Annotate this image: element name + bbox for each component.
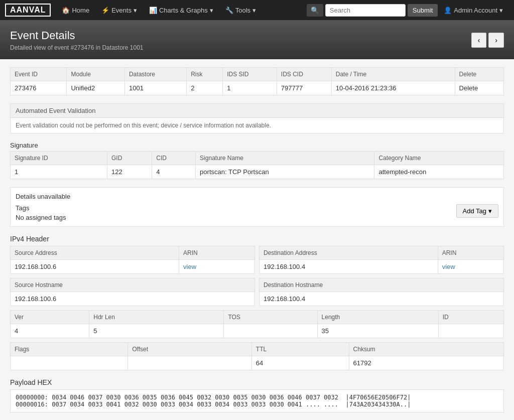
delete-link[interactable]: Delete [459,84,478,92]
col-module: Module [67,68,124,81]
nav-home[interactable]: 🏠 Home [56,0,95,20]
search-input[interactable] [325,4,406,17]
hostname-grid: Source Hostname 192.168.100.6 Destinatio… [10,278,504,306]
ipv4-section: IPv4 Header Source Address ARIN 192.168.… [10,235,504,370]
add-tag-chevron-icon: ▾ [488,207,492,215]
nav-events[interactable]: ⚡ Events ▾ [95,0,143,20]
ttl-col: TTL [251,343,349,356]
src-arin-col: ARIN [179,246,255,260]
src-arin-link[interactable]: view [183,263,196,270]
ipv4-title: IPv4 Header [10,235,504,243]
charts-icon: 📊 [149,7,157,14]
page-navigation: ‹ › [471,33,504,48]
offset-col: Offset [128,343,252,356]
dst-arin-cell: view [438,260,503,274]
signature-table: Signature ID GID CID Signature Name Cate… [10,151,504,179]
user-menu[interactable]: 👤 Admin Account ▾ [438,0,509,20]
page-subtitle: Detailed view of event #273476 in Datast… [10,44,144,51]
src-hostname-table: Source Hostname 192.168.100.6 [10,278,255,306]
payload-hex-section: Payload HEX 00000000: 0034 0046 0037 003… [10,378,504,412]
ipv4-fields2-table: Flags Offset TTL Chksum 64 61792 [10,342,504,370]
src-arin-cell: view [179,260,255,274]
signature-section: Signature Signature ID GID CID Signature… [10,142,504,179]
ipv4-fields-table: Ver Hdr Len TOS Length ID 4 5 35 [10,310,504,338]
automated-validation-box: Automated Event Validation Event validat… [10,103,504,133]
signature-label: Signature [10,142,504,149]
events-chevron-icon: ▾ [134,7,137,14]
dst-address-half: Destination Address ARIN 192.168.100.4 v… [259,246,504,274]
offset-cell [128,356,252,370]
risk-cell: 2 [187,81,223,95]
dst-arin-col: ARIN [438,246,503,260]
home-icon: 🏠 [62,7,70,14]
address-grid: Source Address ARIN 192.168.100.6 view [10,246,504,274]
tos-col: TOS [224,311,317,324]
events-icon: ⚡ [101,7,109,14]
module-cell: Unified2 [67,81,124,95]
nav-tools-label: Tools [235,7,250,14]
sig-col-name: Signature Name [196,152,374,165]
user-label: Admin Account [454,7,497,14]
brand-logo: AANVAL [5,4,51,17]
src-hostname-col: Source Hostname [11,278,255,292]
automated-validation-message: Event validation could not be performed … [11,118,503,133]
tags-row: Tags No assigned tags Add Tag ▾ [16,204,498,221]
flags-cell [11,356,128,370]
dst-hostname-half: Destination Hostname 192.168.100.4 [259,278,504,306]
nav-charts-label: Charts & Graphs [159,7,208,14]
nav-tools[interactable]: 🔧 Tools ▾ [219,0,262,20]
next-event-button[interactable]: › [488,33,504,48]
sig-cid-cell: 4 [152,165,196,179]
sig-col-gid: GID [107,152,152,165]
nav-charts[interactable]: 📊 Charts & Graphs ▾ [143,0,219,20]
ids-cid-cell: 797777 [277,81,331,95]
dst-addr-col: Destination Address [260,246,438,260]
hdrlen-cell: 5 [89,324,224,338]
tos-cell [224,324,317,338]
delete-cell: Delete [455,81,503,95]
ttl-cell: 64 [251,356,349,370]
col-datetime: Date / Time [331,68,455,81]
length-cell: 35 [317,324,438,338]
src-address-half: Source Address ARIN 192.168.100.6 view [10,246,255,274]
dst-hostname-row: 192.168.100.4 [260,292,504,306]
sig-name-cell: portscan: TCP Portscan [196,165,374,179]
length-col: Length [317,311,438,324]
chksum-cell: 61792 [349,356,503,370]
prev-event-button[interactable]: ‹ [471,33,487,48]
dst-address-row: 192.168.100.4 view [260,260,504,274]
datetime-cell: 10-04-2016 21:23:36 [331,81,455,95]
sig-id-cell: 1 [11,165,107,179]
src-addr-cell: 192.168.100.6 [11,260,179,274]
submit-button[interactable]: Submit [408,4,438,17]
main-content: Event ID Module Datastore Risk IDS SID I… [0,59,514,420]
col-event-id: Event ID [11,68,67,81]
datastore-cell: 1001 [124,81,186,95]
sig-row: 1 122 4 portscan: TCP Portscan attempted… [11,165,504,179]
ipv4-fields2-row: 64 61792 [11,356,504,370]
src-hostname-half: Source Hostname 192.168.100.6 [10,278,255,306]
details-tags-section: Details unavailable Tags No assigned tag… [10,187,504,227]
sig-col-id: Signature ID [11,152,107,165]
event-table: Event ID Module Datastore Risk IDS SID I… [10,67,504,95]
col-ids-cid: IDS CID [277,68,331,81]
no-tags-text: No assigned tags [16,214,66,221]
flags-col: Flags [11,343,128,356]
user-icon: 👤 [444,7,452,14]
id-cell [438,324,503,338]
navbar: AANVAL 🏠 Home ⚡ Events ▾ 📊 Charts & Grap… [0,0,514,20]
dst-arin-link[interactable]: view [442,263,455,270]
payload-hex-box: 00000000: 0034 0046 0037 0030 0036 0035 … [10,389,504,412]
sig-category-cell: attempted-recon [374,165,504,179]
src-hostname-row: 192.168.100.6 [11,292,255,306]
event-row: 273476 Unified2 1001 2 1 797777 10-04-20… [11,81,504,95]
add-tag-button[interactable]: Add Tag ▾ [456,204,498,218]
payload-hex-title: Payload HEX [10,378,504,386]
page-header: Event Details Detailed view of event #27… [0,20,514,59]
hdrlen-col: Hdr Len [89,311,224,324]
event-id-cell: 273476 [11,81,67,95]
tags-label: Tags [16,204,66,212]
ver-cell: 4 [11,324,89,338]
search-icon-button[interactable]: 🔍 [307,4,323,17]
col-datastore: Datastore [124,68,186,81]
